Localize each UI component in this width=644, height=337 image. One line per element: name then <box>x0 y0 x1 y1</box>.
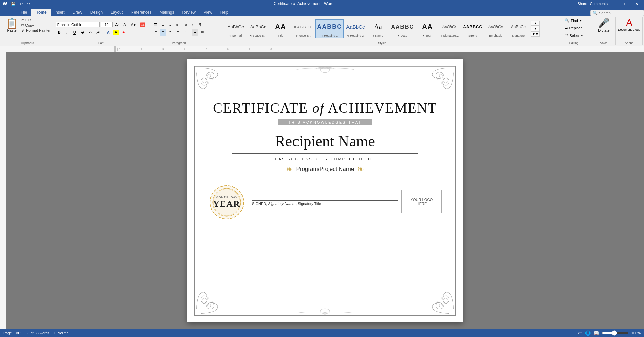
dictate-button[interactable]: 🎤 Dictate <box>598 17 610 32</box>
horizontal-ruler: │ 1 2 3 4 5 6 7 8 <box>0 46 644 52</box>
bold-button[interactable]: B <box>56 30 63 35</box>
signatory-title: Signatory Title <box>298 202 321 206</box>
quick-access-undo[interactable]: ↩ <box>20 2 23 6</box>
tab-view[interactable]: View <box>200 9 216 16</box>
decrease-indent-button[interactable]: ⇤ <box>174 22 181 28</box>
subscript-button[interactable]: x₂ <box>87 29 94 35</box>
document-area[interactable]: CERTIFICATE of ACHIEVEMENT THIS ACKNOWLE… <box>6 52 644 329</box>
tab-file[interactable]: File <box>17 9 31 16</box>
tab-home[interactable]: Home <box>31 9 50 16</box>
tab-references[interactable]: References <box>127 9 155 16</box>
comments-button[interactable]: Comments <box>590 2 608 6</box>
font-color-button[interactable]: A <box>120 29 127 35</box>
styles-expand-button[interactable]: ▼▼ <box>531 31 540 37</box>
style-title[interactable]: AA Title <box>270 19 291 38</box>
title-bar-left: W 💾 ↩ ↪ <box>3 1 30 6</box>
quick-access-save[interactable]: 💾 <box>11 2 16 6</box>
style-heading2[interactable]: AaBbCc ¶ Heading 2 <box>344 19 366 38</box>
strikethrough-button[interactable]: S <box>79 30 86 35</box>
style-strong[interactable]: AABBCC Strong <box>461 19 484 38</box>
web-layout-button[interactable]: 🌐 <box>585 330 591 336</box>
show-formatting-button[interactable]: ¶ <box>197 22 203 28</box>
vertical-ruler <box>0 52 6 329</box>
document-cloud-button[interactable]: A Document Cloud <box>618 17 640 31</box>
borders-button[interactable]: ⊞ <box>199 29 206 36</box>
style-emphasis-preview: AaBbCc <box>488 20 503 34</box>
read-mode-button[interactable]: 📖 <box>593 330 599 336</box>
style-normal[interactable]: AaBbCc ¶ Normal <box>225 19 247 38</box>
cut-button[interactable]: ✂ Cut <box>20 17 52 22</box>
certificate-program-row: ❧ Program/Project Name ❧ <box>286 164 364 174</box>
style-signature[interactable]: AaBbCc ¶ Signature... <box>439 19 461 38</box>
zoom-slider[interactable] <box>602 330 629 336</box>
text-highlight-button[interactable]: A <box>113 30 119 35</box>
minimize-button[interactable]: ─ <box>610 1 619 6</box>
style-emphasis-label: Emphasis <box>489 34 502 37</box>
print-layout-button[interactable]: ▭ <box>578 330 582 336</box>
style-signature2[interactable]: AaBbCc Signature <box>507 19 529 38</box>
tab-mailings[interactable]: Mailings <box>155 9 178 16</box>
share-button[interactable]: Share <box>577 2 587 6</box>
tab-layout[interactable]: Layout <box>107 9 127 16</box>
search-input[interactable] <box>599 11 633 15</box>
style-name[interactable]: Aa ¶ Name <box>367 19 389 38</box>
tab-help[interactable]: Help <box>216 9 233 16</box>
shading-button[interactable]: ▲ <box>192 29 198 36</box>
tab-design[interactable]: Design <box>86 9 107 16</box>
style-heading1[interactable]: AABBC ¶ Heading 1 <box>315 19 344 38</box>
paste-button[interactable]: 📋 Paste <box>3 17 20 35</box>
styles-scroll-down-button[interactable]: ▼ <box>531 26 540 31</box>
style-intense-emphasis[interactable]: AABBCC Intense E... <box>292 19 315 38</box>
style-heading1-preview: AABBC <box>317 20 342 34</box>
certificate-completed-text: HAS SUCCESSFULLY COMPLETED THE <box>275 157 375 161</box>
svg-point-2 <box>208 74 211 77</box>
align-left-button[interactable]: ≡ <box>152 29 159 36</box>
sort-button[interactable]: ↕ <box>189 22 196 28</box>
increase-indent-button[interactable]: ⇥ <box>182 22 189 28</box>
styles-scroll-up-button[interactable]: ▲ <box>531 21 540 26</box>
main-area: CERTIFICATE of ACHIEVEMENT THIS ACKNOWLE… <box>0 52 644 329</box>
copy-button[interactable]: ⧉ Copy <box>20 23 52 28</box>
font-size-decrease-button[interactable]: A- <box>122 22 128 28</box>
svg-point-3 <box>443 78 448 83</box>
tab-review[interactable]: Review <box>178 9 200 16</box>
quick-access-redo[interactable]: ↪ <box>27 2 30 6</box>
bullets-button[interactable]: ☰ <box>152 22 159 28</box>
align-right-button[interactable]: ≡ <box>167 29 174 36</box>
maximize-button[interactable]: □ <box>622 1 630 6</box>
select-button[interactable]: ⬚ Select ~ <box>562 32 585 39</box>
style-heading1-label: ¶ Heading 1 <box>322 34 338 37</box>
format-painter-button[interactable]: 🖌 Format Painter <box>20 28 52 33</box>
align-center-button[interactable]: ≡ <box>160 29 166 36</box>
font-size-input[interactable] <box>101 22 113 27</box>
find-button[interactable]: 🔍 Find ▼ <box>562 17 584 24</box>
font-size-increase-button[interactable]: A+ <box>114 22 121 28</box>
style-emphasis[interactable]: AaBbCc Emphasis <box>485 19 506 38</box>
tab-draw[interactable]: Draw <box>69 9 86 16</box>
voice-group: 🎤 Dictate Voice <box>592 17 616 45</box>
italic-button[interactable]: I <box>64 30 70 35</box>
style-date[interactable]: AABBC ¶ Date <box>389 19 416 38</box>
tab-insert[interactable]: Insert <box>51 9 69 16</box>
replace-button[interactable]: ⇄ Replace <box>562 25 585 31</box>
bottom-ornament <box>195 290 455 315</box>
underline-button[interactable]: U <box>71 30 78 35</box>
clear-formatting-button[interactable]: 🆑 <box>139 22 147 28</box>
cert-line-2 <box>232 153 419 154</box>
style-year[interactable]: AA ¶ Year <box>416 19 438 38</box>
text-effects-button[interactable]: A <box>105 30 112 35</box>
superscript-button[interactable]: x² <box>95 30 101 35</box>
certificate-logo-box: YOUR LOGO HERE <box>401 190 442 213</box>
style-heading2-preview: AaBbCc <box>346 20 365 34</box>
find-icon: 🔍 <box>565 18 569 23</box>
font-group: A+ A- Aa 🆑 B I U S x₂ x² A A A <box>54 17 149 45</box>
close-button[interactable]: ✕ <box>632 1 641 6</box>
style-space-before[interactable]: AaBbCc ¶ Space B... <box>247 19 269 38</box>
multilevel-list-button[interactable]: ≡ <box>167 22 174 28</box>
line-spacing-button[interactable]: ↕ <box>182 29 189 36</box>
cert-title-text1: CERTIFICATE <box>213 100 312 116</box>
font-name-input[interactable] <box>56 22 100 27</box>
numbering-button[interactable]: ≡ <box>160 22 166 28</box>
change-case-button[interactable]: Aa <box>129 22 138 28</box>
justify-button[interactable]: ≡ <box>174 29 181 36</box>
